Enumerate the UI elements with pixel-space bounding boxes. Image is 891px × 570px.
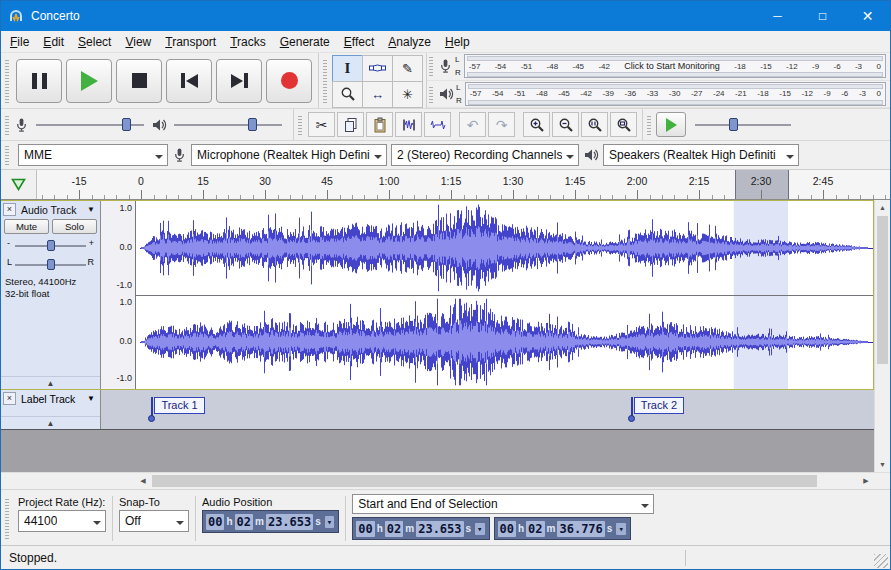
undo-button[interactable]: ↶ (459, 112, 486, 137)
waveform-area[interactable] (136, 201, 873, 389)
menu-edit[interactable]: Edit (36, 32, 71, 52)
scroll-down-arrow-icon[interactable]: ▼ (875, 457, 890, 472)
draw-tool-button[interactable]: ✎ (392, 55, 423, 82)
audio-track-collapse-button[interactable]: ▲ (1, 376, 100, 389)
selection-tool-button[interactable]: I (332, 55, 363, 82)
time-digits[interactable]: 00 (498, 521, 516, 537)
redo-button[interactable]: ↷ (488, 112, 515, 137)
label-handle[interactable] (148, 415, 155, 422)
label-flag[interactable]: Track 2 (631, 397, 684, 414)
label-flag[interactable]: Track 1 (151, 397, 204, 414)
vertical-scrollbar[interactable]: ▲ ▼ (874, 200, 890, 472)
selection-end-field[interactable]: 00h02m36.776s▾ (494, 517, 631, 540)
time-field-arrow-icon[interactable]: ▾ (475, 523, 484, 535)
zoom-in-button[interactable] (523, 112, 550, 137)
time-field-arrow-icon[interactable]: ▾ (616, 523, 625, 535)
time-unit[interactable]: h (226, 516, 232, 527)
fit-selection-button[interactable] (581, 112, 608, 137)
zoom-tool-button[interactable] (332, 81, 363, 108)
time-digits[interactable]: 00 (206, 514, 224, 530)
time-shift-tool-button[interactable]: ↔ (362, 81, 393, 108)
recording-meter[interactable]: -57-54-51-48-45-42Click to Start Monitor… (464, 54, 886, 78)
envelope-tool-button[interactable] (362, 55, 393, 82)
time-digits[interactable]: 23.653 (266, 514, 313, 530)
recording-meter-grip[interactable] (429, 57, 433, 76)
pan-slider[interactable]: L R (7, 256, 94, 273)
pause-button[interactable] (16, 59, 62, 103)
titlebar[interactable]: Concerto ─ □ ✕ (1, 1, 890, 31)
playback-volume-thumb[interactable] (248, 118, 257, 131)
mixer-toolbar-grip[interactable] (5, 114, 9, 135)
project-rate-select[interactable]: 44100 (18, 510, 106, 532)
timeline-ruler[interactable]: -1501530451:001:151:301:452:002:152:302:… (37, 170, 890, 199)
time-unit[interactable]: s (607, 523, 613, 534)
recording-channels-select[interactable]: 2 (Stereo) Recording Channels (391, 144, 579, 166)
record-button[interactable] (266, 59, 312, 103)
selection-toolbar-grip[interactable] (5, 498, 9, 539)
time-digits[interactable]: 02 (235, 514, 253, 530)
play-button[interactable] (66, 59, 112, 103)
silence-audio-button[interactable] (424, 112, 451, 137)
playback-device-select[interactable]: Speakers (Realtek High Definiti (603, 144, 799, 166)
trim-audio-button[interactable] (395, 112, 422, 137)
menu-transport[interactable]: Transport (158, 32, 223, 52)
fit-project-button[interactable] (610, 112, 637, 137)
time-field-arrow-icon[interactable]: ▾ (325, 516, 334, 528)
time-digits[interactable]: 02 (385, 521, 403, 537)
audio-track-close-button[interactable]: × (3, 203, 16, 216)
vertical-scale-ruler[interactable]: 1.0 0.0 -1.0 1.0 0.0 -1.0 (101, 201, 136, 389)
time-unit[interactable]: m (547, 523, 556, 534)
horizontal-scroll-thumb[interactable] (152, 475, 817, 487)
cut-button[interactable]: ✂ (308, 112, 335, 137)
quickplay-button[interactable] (1, 170, 37, 199)
pan-thumb[interactable] (47, 259, 55, 270)
playback-meter[interactable]: -57-54-51-48-45-42-39-36-33-30-27-24-21-… (465, 82, 886, 106)
selection-start-field[interactable]: 00h02m23.653s▾ (352, 517, 489, 540)
time-digits[interactable]: 00 (356, 521, 374, 537)
audio-host-select[interactable]: MME (18, 144, 168, 166)
vertical-scroll-thumb[interactable] (877, 216, 888, 364)
menu-analyze[interactable]: Analyze (381, 32, 438, 52)
skip-to-end-button[interactable] (216, 59, 262, 103)
label-track-collapse-button[interactable]: ▲ (1, 416, 100, 429)
recording-device-select[interactable]: Microphone (Realtek High Defini (191, 144, 387, 166)
gain-thumb[interactable] (47, 240, 55, 251)
scroll-right-arrow-icon[interactable]: ▶ (858, 473, 874, 489)
time-digits[interactable]: 36.776 (557, 521, 604, 537)
monitoring-message[interactable]: Click to Start Monitoring (624, 61, 720, 71)
menu-tracks[interactable]: Tracks (223, 32, 273, 52)
playback-meter-grip[interactable] (429, 85, 433, 104)
time-unit[interactable]: m (255, 516, 264, 527)
time-digits[interactable]: 23.653 (416, 521, 463, 537)
playback-volume-slider[interactable] (174, 116, 282, 134)
label-track-menu-button[interactable]: Label Track ▼ (18, 392, 98, 406)
stop-button[interactable] (116, 59, 162, 103)
time-digits[interactable]: 02 (526, 521, 544, 537)
menu-select[interactable]: Select (71, 32, 118, 52)
audio-position-field[interactable]: 00h02m23.653s▾ (202, 510, 339, 533)
scroll-up-arrow-icon[interactable]: ▲ (875, 200, 890, 215)
time-unit[interactable]: s (466, 523, 472, 534)
menu-effect[interactable]: Effect (337, 32, 381, 52)
play-at-speed-button[interactable] (656, 112, 686, 137)
recording-volume-slider[interactable] (36, 116, 144, 134)
gain-slider[interactable]: - + (7, 237, 94, 254)
time-unit[interactable]: h (377, 523, 383, 534)
mute-button[interactable]: Mute (4, 219, 49, 234)
minimize-button[interactable]: ─ (755, 1, 800, 31)
time-unit[interactable]: m (405, 523, 414, 534)
paste-button[interactable] (366, 112, 393, 137)
zoom-out-button[interactable] (552, 112, 579, 137)
waveform-canvas[interactable] (136, 201, 873, 389)
multi-tool-button[interactable]: ✳ (392, 81, 423, 108)
tools-toolbar-grip[interactable] (323, 58, 327, 103)
solo-button[interactable]: Solo (52, 219, 97, 234)
selection-mode-select[interactable]: Start and End of Selection (352, 494, 654, 514)
play-speed-slider[interactable] (695, 116, 791, 134)
edit-toolbar-grip[interactable] (298, 114, 302, 135)
label-track-close-button[interactable]: × (3, 392, 16, 405)
label-text[interactable]: Track 1 (154, 397, 204, 414)
menu-file[interactable]: File (3, 32, 36, 52)
play-at-speed-grip[interactable] (647, 114, 651, 135)
horizontal-scrollbar[interactable]: ◀ ▶ (135, 473, 874, 489)
